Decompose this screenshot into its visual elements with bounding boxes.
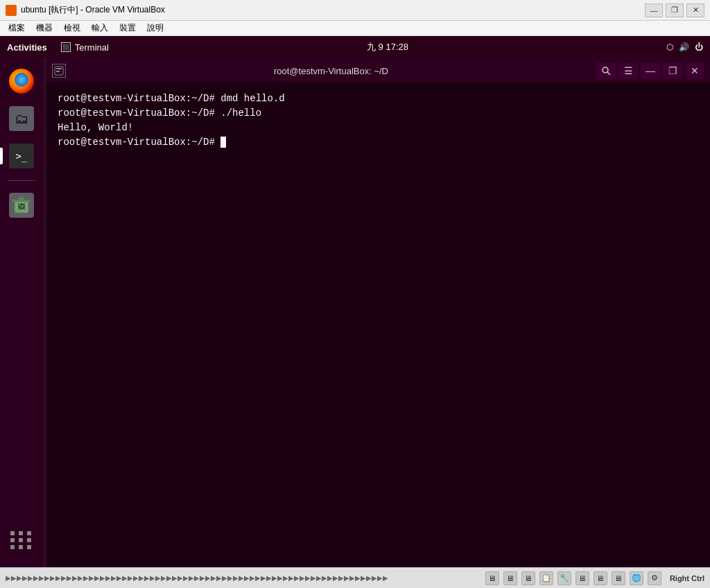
terminal-close-button[interactable]: ✕ xyxy=(685,62,704,79)
vbox-title: ubuntu [執行中] - Oracle VM VirtualBox xyxy=(21,4,645,16)
ubuntu-dock: >_ ♻ xyxy=(0,58,43,567)
vbox-menubar: 檔案 機器 檢視 輸入 裝置 說明 xyxy=(0,21,710,36)
svg-rect-2 xyxy=(19,197,24,200)
vbox-icon xyxy=(6,5,17,16)
status-icon-5[interactable]: 🔧 xyxy=(557,571,571,585)
terminal-line-1: root@testvm-VirtualBox:~/D# dmd hello.d xyxy=(58,92,699,106)
gnome-clock: 九 9 17:28 xyxy=(109,41,666,53)
menu-help[interactable]: 說明 xyxy=(141,21,169,35)
terminal-topbar-text: Terminal xyxy=(75,42,109,53)
gnome-system-icons: ⬡ 🔊 ⏻ xyxy=(666,42,703,52)
vbox-minimize-button[interactable]: — xyxy=(645,3,663,17)
status-icon-2[interactable]: 🖥 xyxy=(503,571,517,585)
volume-icon[interactable]: 🔊 xyxy=(679,42,689,52)
vbox-window-controls: — ❐ ✕ xyxy=(645,3,704,17)
dock-separator xyxy=(8,180,35,181)
terminal-title: root@testvm-VirtualBox: ~/D xyxy=(70,66,592,76)
status-icon-7[interactable]: 🖥 xyxy=(594,571,607,585)
svg-text:♻: ♻ xyxy=(18,202,26,211)
status-text: ▶▶▶▶▶▶▶▶▶▶▶▶▶▶▶▶▶▶▶▶▶▶▶▶▶▶▶▶▶▶▶▶▶▶▶▶▶▶▶▶… xyxy=(6,574,483,582)
terminal-btn-group: ☰ — ❐ ✕ xyxy=(596,62,704,79)
network-icon[interactable]: ⬡ xyxy=(666,42,673,52)
terminal-line-2: root@testvm-VirtualBox:~/D# ./hello xyxy=(58,106,699,121)
menu-input[interactable]: 輸入 xyxy=(86,21,114,35)
files-icon xyxy=(9,106,34,131)
terminal-maximize-button[interactable]: ❐ xyxy=(663,62,682,79)
trash-icon: ♻ xyxy=(9,193,34,218)
menu-file[interactable]: 檔案 xyxy=(3,21,31,35)
firefox-icon xyxy=(9,69,34,94)
status-icon-3[interactable]: 🖥 xyxy=(521,571,535,585)
terminal-content[interactable]: root@testvm-VirtualBox:~/D# dmd hello.d … xyxy=(46,83,710,567)
vbox-maximize-button[interactable]: ❐ xyxy=(666,3,684,17)
dock-item-trash[interactable]: ♻ xyxy=(6,189,37,221)
activities-button[interactable]: Activities xyxy=(7,42,47,53)
status-icon-10[interactable]: ⚙ xyxy=(648,571,661,585)
vbox-statusbar: ▶▶▶▶▶▶▶▶▶▶▶▶▶▶▶▶▶▶▶▶▶▶▶▶▶▶▶▶▶▶▶▶▶▶▶▶▶▶▶▶… xyxy=(0,567,710,588)
dock-item-files[interactable] xyxy=(6,103,37,135)
terminal-topbar-icon: ⬛ xyxy=(61,42,71,52)
terminal-window: root@testvm-VirtualBox: ~/D ☰ — ❐ ✕ root… xyxy=(46,58,710,567)
dock-item-terminal[interactable]: >_ xyxy=(6,140,37,172)
gnome-topbar: Activities ⬛ Terminal 九 9 17:28 ⬡ 🔊 ⏻ xyxy=(0,36,710,58)
status-icon-6[interactable]: 🖥 xyxy=(575,571,589,585)
svg-line-11 xyxy=(607,72,610,75)
svg-rect-8 xyxy=(56,68,62,69)
show-applications-button[interactable] xyxy=(6,524,37,556)
status-icon-8[interactable]: 🖥 xyxy=(612,571,625,585)
terminal-minimize-button[interactable]: — xyxy=(641,62,660,79)
power-icon[interactable]: ⏻ xyxy=(695,42,703,52)
terminal-line-3: Hello, World! xyxy=(58,121,699,135)
terminal-search-button[interactable] xyxy=(596,62,616,79)
status-icon-9[interactable]: 🌐 xyxy=(630,571,643,585)
vbox-close-button[interactable]: ✕ xyxy=(686,3,704,17)
terminal-tab-icon[interactable] xyxy=(52,64,66,78)
svg-rect-9 xyxy=(56,71,60,72)
terminal-menu-button[interactable]: ☰ xyxy=(618,62,638,79)
menu-view[interactable]: 檢視 xyxy=(58,21,86,35)
right-ctrl-label: Right Ctrl xyxy=(670,574,704,582)
menu-machine[interactable]: 機器 xyxy=(31,21,58,35)
dock-item-firefox[interactable] xyxy=(6,65,37,97)
status-icon-4[interactable]: 📋 xyxy=(539,571,553,585)
terminal-topbar-label[interactable]: ⬛ Terminal xyxy=(61,42,109,53)
svg-point-10 xyxy=(603,67,608,73)
terminal-icon: >_ xyxy=(9,144,34,168)
terminal-cursor xyxy=(220,137,226,148)
vbox-titlebar: ubuntu [執行中] - Oracle VM VirtualBox — ❐ … xyxy=(0,0,710,21)
app-grid-icon xyxy=(10,531,33,549)
dock-bottom xyxy=(6,524,37,556)
terminal-line-4: root@testvm-VirtualBox:~/D# xyxy=(58,135,699,150)
terminal-titlebar: root@testvm-VirtualBox: ~/D ☰ — ❐ ✕ xyxy=(46,58,710,83)
status-icon-1[interactable]: 🖥 xyxy=(485,571,499,585)
status-icons: 🖥 🖥 🖥 📋 🔧 🖥 🖥 🖥 🌐 ⚙ xyxy=(485,571,661,585)
menu-devices[interactable]: 裝置 xyxy=(114,21,141,35)
